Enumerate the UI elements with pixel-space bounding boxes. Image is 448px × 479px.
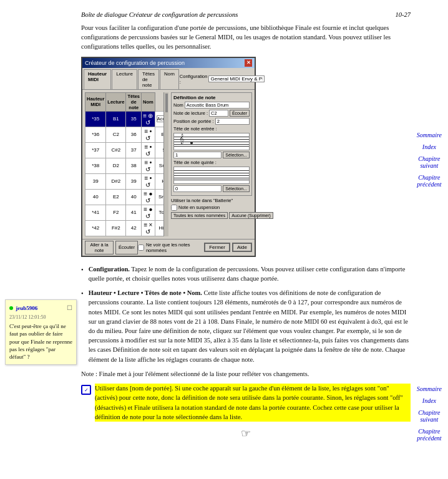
table-row[interactable]: 39D#239≡ • ↺Hand Clap [85,173,169,189]
staff-line-3 [174,142,249,142]
comment-username: jeub5906 [16,305,37,311]
comment-user: jeub5906 [9,304,37,312]
chapitre-suivant-link-bottom[interactable]: Chapitresuivant [417,409,442,423]
def-note-panel: Définition de note Nom Note de lecture :… [171,92,252,196]
note-suspension-checkbox[interactable] [171,205,177,211]
position-portee-row: Position de portée : [173,118,250,125]
bullet-bold-2: Hauteur • Lecture • Têtes de note • Nom. [89,289,202,296]
bottom-right-buttons: Fermer Aide [204,243,252,252]
selection2-button[interactable]: Sélection... [223,185,250,192]
dialog-main: Hauteur MIDI Lecture Têtes de note Nom *… [82,90,255,239]
position-portee-input[interactable] [215,118,250,125]
tab-tetes-de-note[interactable]: Têtes de note [138,69,159,89]
table-row[interactable]: *42F#242≡ × ↺Hi-Hat Clos... [85,220,169,236]
aller-note-button[interactable]: Aller à la note [85,241,114,254]
highlight-icon: ✓ [81,385,91,395]
table-row[interactable]: *41F241≡ ● ↺Tom 5 (low ... [85,205,169,220]
comment-box: jeub5906 ☐ 23/11/12 12:01:50 C'est peut-… [5,299,77,365]
dialog-section: Créateur de configuration de percussion … [0,57,448,257]
note-lecture-label: Note de lecture : [173,110,208,116]
tete-quinte-input[interactable] [173,185,222,192]
staff-line-2 [174,139,249,140]
chapitre-precedent-link-bottom[interactable]: Chapitreprécédent [417,428,442,442]
intro-text: Pour vous faciliter la configuration d'u… [0,23,448,52]
nom-input[interactable] [185,102,250,109]
comment-close-button[interactable]: ☐ [67,304,72,312]
dialog-buttons-row: Aller à la note Écouter Ne voir que les … [82,239,255,256]
bullet-bold-1: Configuration. [89,266,130,273]
col-nom: Nom [142,92,155,111]
table-row[interactable]: *35B135≡ ⊕ ↺ [85,111,169,127]
bullet-item-1: • Configuration. Tapez le nom de la conf… [81,264,411,283]
ecouter2-button[interactable]: Écouter [115,241,138,254]
comment-text: C'est peut-être ça qu'il ne faut pas oub… [9,322,72,360]
staff-notation-2 [173,167,250,184]
note-lecture-row: Note de lecture : Écouter [173,110,250,117]
staff-line-5 [174,146,249,147]
aucune-button[interactable]: Aucune (Supprimer) [229,212,273,219]
tab-nom[interactable]: Nom [160,69,179,89]
staff-notation-1: 𝄞 ● [173,133,250,150]
bullet-dot-1: • [81,265,84,283]
bullet-text-1: Configuration. Tapez le nom de la config… [89,264,411,283]
config-input[interactable] [208,75,265,82]
page: Boîte de dialogue Créateur de configurat… [0,0,448,479]
index-link-bottom[interactable]: Index [417,397,442,404]
tete-entree-label: Tête de note entrée : [173,126,250,132]
sommaire-link-top[interactable]: Sommaire [417,132,442,138]
tab-hauteur-midi[interactable]: Hauteur MIDI [84,69,111,89]
ne-voir-checkbox[interactable] [138,244,144,251]
note-list-area: Hauteur MIDI Lecture Têtes de note Nom *… [85,92,168,236]
table-row[interactable]: *36C236≡ • ↺Bass Drum [85,127,169,142]
index-link-top[interactable]: Index [417,143,442,150]
note-suspension-row: Note en suspension [171,205,252,211]
tete-entree-input-row: Sélection... [173,152,250,158]
comment-header: jeub5906 ☐ [9,304,72,312]
tab-lecture[interactable]: Lecture [112,69,137,89]
note-text: Note : Finale met à jour l'élément sélec… [0,369,448,379]
note-lecture-input[interactable] [209,110,228,117]
list-scrollbar[interactable] [163,92,168,236]
chapitre-suivant-link-top[interactable]: Chapitresuivant [417,155,442,169]
dialog-close-button[interactable]: ✕ [245,59,252,67]
staff-line-7 [174,173,249,173]
staff-line-10 [174,180,249,180]
utiliser-label: Utiliser la note dans "Batterie" [171,198,252,203]
table-row[interactable]: *37C#237≡ • ↺Side Stick [85,142,169,158]
note-suspension-label: Note en suspension [178,205,220,210]
tete-quinte-input-row: Sélection... [173,185,250,192]
fermer-button[interactable]: Fermer [204,243,230,252]
selection1-button[interactable]: Sélection... [223,152,250,158]
definition-panel: Définition de note Nom Note de lecture :… [171,92,252,236]
highlight-text: Utiliser dans [nom de portée]. Si une co… [95,384,411,422]
staff-line-1 [174,137,249,137]
chapitre-precedent-link-top[interactable]: Chapitreprécédent [417,174,442,188]
note-table: Hauteur MIDI Lecture Têtes de note Nom *… [85,92,168,236]
aide-button[interactable]: Aide [232,243,252,252]
header: Boîte de dialogue Créateur de configurat… [0,11,448,18]
staff-line-6 [174,170,249,171]
nom-row: Nom [173,102,250,109]
percussion-dialog: Créateur de configuration de percussion … [81,57,256,257]
bullet-rest-2: Cette liste affiche toutes vos définitio… [89,289,409,363]
toutes-notes-nommees-button[interactable]: Toutes les notes nommées [171,212,228,219]
check-icon: ✓ [84,387,89,393]
col-hauteur-midi: Hauteur MIDI [85,92,106,111]
treble-clef: 𝄞 [179,133,184,144]
online-indicator [9,306,13,310]
comment-date: 23/11/12 12:01:50 [9,314,72,321]
scrollbar-thumb[interactable] [165,94,168,112]
tete-quinte-label: Tête de note quinte : [173,160,250,165]
col-lecture: Lecture [106,92,126,111]
tete-entree-input[interactable] [173,152,222,158]
ecouter-button[interactable]: Écouter [230,110,250,117]
nav-sidebar-top: Sommaire Index Chapitresuivant Chapitrep… [417,132,442,188]
staff-line-8 [174,175,249,176]
table-row[interactable]: 40E240≡ ● ↺Snare (Elec... [85,189,169,205]
sommaire-link-bottom[interactable]: Sommaire [417,385,442,392]
staff-line-9 [174,178,249,178]
note-head: ● [190,139,193,146]
all-notes-row: Toutes les notes nommées Aucune (Supprim… [171,212,252,219]
table-row[interactable]: *38D238≡ • ↺Snare (Aco... [85,158,169,173]
ne-voir-label: Ne voir que les notes nommées [146,242,204,253]
